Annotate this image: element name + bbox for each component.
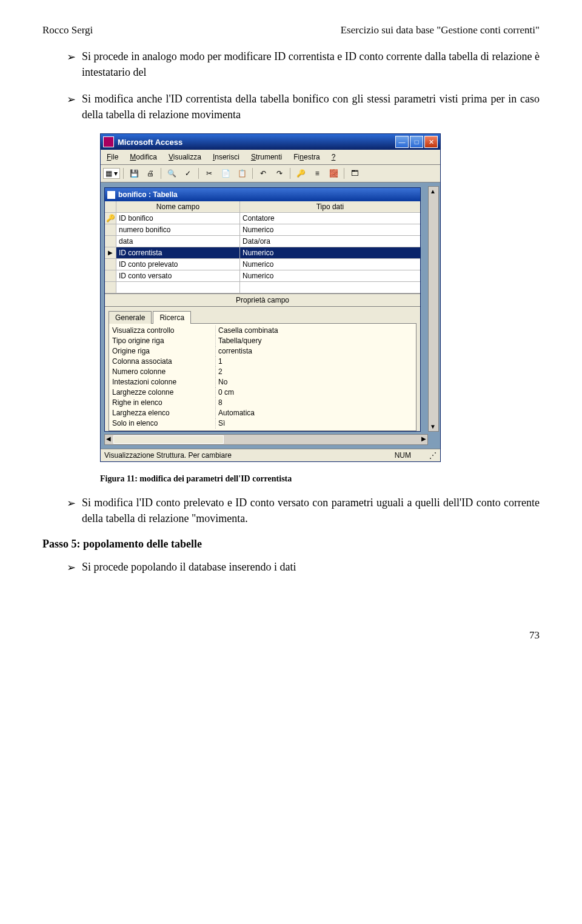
db-window-button[interactable]: 🗔 — [347, 167, 362, 180]
redo-button[interactable]: ↷ — [272, 167, 287, 180]
bullet-text: Si modifica anche l'ID correntista della… — [82, 91, 540, 122]
prop-value[interactable]: 8 — [215, 398, 414, 408]
separator-icon — [161, 168, 161, 179]
maximize-button[interactable]: □ — [410, 136, 423, 148]
property-row[interactable]: Visualizza controlloCasella combinata — [111, 326, 414, 336]
field-row[interactable]: ID conto versato Numerico — [105, 270, 420, 282]
prop-value[interactable]: Sì — [215, 418, 414, 429]
field-name-cell[interactable]: ID conto versato — [116, 270, 240, 281]
paste-button[interactable]: 📋 — [235, 167, 249, 180]
primary-key-icon: 🔑 — [105, 213, 116, 224]
horizontal-scrollbar[interactable] — [104, 434, 428, 445]
prop-value[interactable]: Tabella/query — [215, 336, 414, 346]
access-title-text: Microsoft Access — [118, 138, 395, 147]
prop-value[interactable]: Automatica — [215, 408, 414, 418]
menu-help[interactable]: ? — [327, 152, 341, 162]
property-row[interactable]: Righe in elenco8 — [111, 398, 414, 408]
row-handle[interactable] — [105, 236, 116, 247]
row-handle[interactable] — [105, 270, 116, 281]
cut-button[interactable]: ✂ — [202, 167, 216, 180]
prop-label: Larghezze colonne — [111, 387, 215, 398]
undo-button[interactable]: ↶ — [256, 167, 270, 180]
prop-value[interactable]: 2 — [215, 367, 414, 377]
field-name-cell[interactable]: ID bonifico — [116, 213, 240, 224]
row-selector-icon[interactable] — [105, 247, 116, 258]
field-name-cell[interactable]: ID correntista — [116, 247, 240, 258]
menu-finestra[interactable]: Finestra — [289, 152, 324, 162]
field-type-cell[interactable]: Numerico — [240, 247, 420, 258]
spellcheck-button[interactable]: ✓ — [181, 167, 195, 180]
menu-file[interactable]: File — [102, 152, 123, 162]
field-name-cell[interactable]: numero bonifico — [116, 224, 240, 235]
separator-icon — [344, 168, 344, 179]
toolbar: ▦ ▾ 💾 🖨 🔍 ✓ ✂ 📄 📋 ↶ ↷ 🔑 ≡ 🧱 🗔 — [101, 165, 440, 182]
field-type-cell[interactable]: Contatore — [240, 213, 420, 224]
view-dropdown[interactable]: ▦ ▾ — [103, 168, 120, 179]
menu-visualizza[interactable]: Visualizza — [164, 152, 206, 162]
close-button[interactable]: ✕ — [424, 136, 438, 148]
property-row[interactable]: Colonna associata1 — [111, 357, 414, 367]
field-type-cell[interactable]: Data/ora — [240, 236, 420, 247]
row-handle[interactable] — [105, 282, 116, 293]
field-row-selected[interactable]: ID correntista Numerico — [105, 247, 420, 259]
post-figure-bullets: ➢ Si modifica l'ID conto prelevato e ID … — [67, 495, 540, 526]
property-row[interactable]: Solo in elencoSì — [111, 418, 414, 429]
property-tabs: Generale Ricerca Visualizza controlloCas… — [105, 307, 420, 431]
row-handle[interactable] — [105, 224, 116, 235]
row-handle[interactable] — [105, 259, 116, 270]
prop-label: Tipo origine riga — [111, 336, 215, 346]
prop-value[interactable]: No — [215, 377, 414, 387]
field-row[interactable]: ID conto prelevato Numerico — [105, 259, 420, 270]
separator-icon — [290, 168, 290, 179]
property-row[interactable]: Intestazioni colonneNo — [111, 377, 414, 387]
print-preview-button[interactable]: 🔍 — [164, 167, 179, 180]
prop-value[interactable]: Casella combinata — [215, 326, 414, 336]
field-type-cell[interactable]: Numerico — [240, 270, 420, 281]
field-type-cell[interactable]: Numerico — [240, 259, 420, 270]
print-button[interactable]: 🖨 — [143, 167, 158, 180]
separator-icon — [252, 168, 253, 179]
property-row[interactable]: Numero colonne2 — [111, 367, 414, 377]
field-row[interactable]: data Data/ora — [105, 236, 420, 247]
save-button[interactable]: 💾 — [127, 167, 141, 180]
resize-grip-icon[interactable]: ⋰ — [429, 451, 436, 460]
prop-value[interactable]: 1 — [215, 357, 414, 367]
key-button[interactable]: 🔑 — [293, 167, 308, 180]
field-name-cell[interactable] — [116, 282, 240, 293]
status-num: NUM — [395, 451, 411, 460]
field-name-cell[interactable]: ID conto prelevato — [116, 259, 240, 270]
field-type-cell[interactable] — [240, 282, 420, 293]
separator-icon — [123, 168, 124, 179]
build-button[interactable]: 🧱 — [326, 167, 341, 180]
menu-strumenti[interactable]: Strumenti — [246, 152, 287, 162]
copy-button[interactable]: 📄 — [218, 167, 233, 180]
minimize-button[interactable]: — — [395, 136, 409, 148]
scroll-thumb[interactable] — [113, 435, 224, 444]
access-window: Microsoft Access — □ ✕ File Modifica Vis… — [100, 133, 441, 462]
property-row[interactable]: Tipo origine rigaTabella/query — [111, 336, 414, 346]
table-titlebar: bonifico : Tabella — [105, 188, 420, 201]
vertical-scrollbar[interactable] — [428, 186, 439, 432]
property-row[interactable]: Larghezze colonne0 cm — [111, 387, 414, 398]
separator-icon — [198, 168, 199, 179]
field-type-cell[interactable]: Numerico — [240, 224, 420, 235]
bullet-arrow-icon: ➢ — [67, 495, 76, 527]
row-handle-header — [105, 201, 116, 212]
prop-value[interactable]: 0 cm — [215, 387, 414, 398]
prop-label: Larghezza elenco — [111, 408, 215, 418]
field-row-empty[interactable] — [105, 282, 420, 293]
field-row[interactable]: numero bonifico Numerico — [105, 224, 420, 236]
menu-modifica[interactable]: Modifica — [125, 152, 162, 162]
property-row[interactable]: Larghezza elencoAutomatica — [111, 408, 414, 418]
properties-header: Proprietà campo — [105, 293, 420, 307]
menu-inserisci[interactable]: Inserisci — [208, 152, 244, 162]
prop-value[interactable]: correntista — [215, 346, 414, 357]
tab-ricerca[interactable]: Ricerca — [153, 311, 191, 324]
tab-panel-ricerca: Visualizza controlloCasella combinata Ti… — [109, 323, 416, 431]
bullet-arrow-icon: ➢ — [67, 49, 76, 81]
field-name-cell[interactable]: data — [116, 236, 240, 247]
property-row[interactable]: Origine rigacorrentista — [111, 346, 414, 357]
tab-generale[interactable]: Generale — [109, 311, 152, 324]
index-button[interactable]: ≡ — [310, 167, 324, 180]
field-row[interactable]: 🔑 ID bonifico Contatore — [105, 213, 420, 224]
